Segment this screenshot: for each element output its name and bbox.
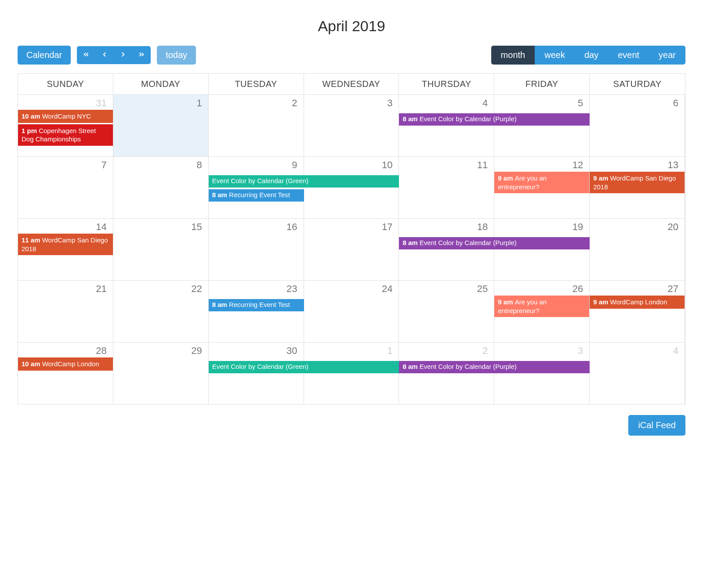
double-chevron-left-icon — [82, 51, 90, 60]
day-number: 4 — [399, 95, 494, 110]
event-time: 8 am — [402, 239, 419, 246]
calendar-day-cell[interactable]: 30 — [209, 343, 304, 404]
calendar-event[interactable]: 10 am WordCamp London — [18, 357, 113, 371]
calendar-day-cell[interactable]: 21 — [18, 281, 113, 342]
toolbar: Calendar today month week day event — [18, 46, 685, 65]
day-number: 27 — [590, 281, 685, 296]
calendar-day-cell[interactable]: 22 — [113, 281, 209, 342]
event-title: WordCamp London — [610, 298, 667, 306]
calendar-day-cell[interactable]: 1411 am WordCamp San Diego 2018 — [18, 219, 113, 280]
day-number: 3 — [494, 343, 589, 357]
page-title: April 2019 — [18, 18, 685, 35]
calendar-day-cell[interactable]: 18 — [399, 219, 494, 280]
day-number: 25 — [399, 281, 494, 296]
day-number: 7 — [18, 157, 113, 172]
event-time: 8 am — [212, 301, 229, 308]
calendar-day-cell[interactable]: 29 — [113, 343, 209, 404]
calendar-event[interactable]: 9 am WordCamp London — [590, 296, 685, 309]
calendar-event[interactable]: 9 am Are you an entrepreneur? — [494, 296, 589, 317]
calendar-day-cell[interactable]: 7 — [18, 157, 113, 218]
event-time: 8 am — [402, 115, 419, 123]
view-year-button[interactable]: year — [649, 46, 685, 65]
calendar-event-span[interactable]: 8 am Event Color by Calendar (Purple) — [399, 361, 590, 373]
day-number: 9 — [209, 157, 304, 172]
ical-feed-button[interactable]: iCal Feed — [628, 415, 685, 436]
event-title: Recurring Event Test — [229, 191, 290, 198]
calendar-day-cell[interactable]: 23 — [209, 281, 304, 342]
day-number: 22 — [113, 281, 208, 296]
view-switcher: month week day event year — [491, 46, 685, 65]
calendar-event-span[interactable]: 8 am Event Color by Calendar (Purple) — [399, 113, 590, 126]
calendar-day-cell[interactable]: 2 — [399, 343, 494, 404]
view-month-button[interactable]: month — [491, 46, 535, 65]
day-header: SATURDAY — [590, 74, 685, 94]
day-number: 1 — [113, 95, 208, 110]
next-button[interactable] — [114, 46, 132, 64]
event-title: Event Color by Calendar (Purple) — [420, 363, 517, 370]
calendar-day-cell[interactable]: 3110 am WordCamp NYC1 pm Copenhagen Stre… — [18, 95, 113, 156]
calendar-day-cell[interactable]: 129 am Are you an entrepreneur? — [494, 157, 590, 218]
day-number: 17 — [304, 219, 399, 234]
calendar-day-cell[interactable]: 16 — [209, 219, 304, 280]
calendar-day-cell[interactable]: 269 am Are you an entrepreneur? — [494, 281, 590, 342]
day-number: 15 — [113, 219, 208, 234]
view-week-button[interactable]: week — [535, 46, 575, 65]
chevron-right-icon — [119, 51, 127, 60]
calendar-event-span[interactable]: 8 am Event Color by Calendar (Purple) — [399, 237, 590, 249]
calendar-day-cell[interactable]: 3 — [494, 343, 590, 404]
day-number: 29 — [113, 343, 208, 357]
calendar-event-span[interactable]: Event Color by Calendar (Green) — [209, 175, 399, 188]
calendar-event[interactable]: 11 am WordCamp San Diego 2018 — [18, 234, 113, 255]
calendar-day-cell[interactable]: 15 — [113, 219, 209, 280]
prev-year-button[interactable] — [77, 46, 95, 64]
day-number: 20 — [590, 219, 685, 234]
prev-button[interactable] — [95, 46, 114, 64]
calendar-day-cell[interactable]: 24 — [304, 281, 399, 342]
calendar-day-cell[interactable]: 2 — [209, 95, 304, 156]
event-time: 10 am — [22, 360, 42, 368]
calendar-event[interactable]: 9 am Are you an entrepreneur? — [494, 172, 589, 193]
today-button[interactable]: today — [157, 46, 196, 65]
day-number: 18 — [399, 219, 494, 234]
calendar-day-cell[interactable]: 4 — [590, 343, 685, 404]
calendar-event-span[interactable]: 8 am Recurring Event Test — [209, 189, 304, 202]
calendar-day-cell[interactable]: 17 — [304, 219, 399, 280]
calendar-button[interactable]: Calendar — [18, 46, 71, 65]
day-number: 31 — [18, 95, 113, 110]
calendar-event[interactable]: 10 am WordCamp NYC — [18, 110, 113, 123]
calendar-day-cell[interactable]: 6 — [590, 95, 685, 156]
view-day-button[interactable]: day — [575, 46, 608, 65]
event-time: 9 am — [593, 174, 610, 182]
calendar-day-cell[interactable]: 9 — [209, 157, 304, 218]
calendar-week-row: 3110 am WordCamp NYC1 pm Copenhagen Stre… — [18, 95, 685, 157]
event-title: Event Color by Calendar (Green) — [212, 363, 308, 370]
calendar-day-cell[interactable]: 5 — [494, 95, 590, 156]
calendar-day-cell[interactable]: 20 — [590, 219, 685, 280]
calendar-day-cell[interactable]: 19 — [494, 219, 590, 280]
calendar-day-cell[interactable]: 25 — [399, 281, 494, 342]
calendar-event-span[interactable]: Event Color by Calendar (Green) — [209, 361, 399, 373]
day-header: FRIDAY — [494, 74, 590, 94]
calendar-day-cell[interactable]: 139 am WordCamp San Diego 2018 — [590, 157, 685, 218]
event-time: 9 am — [498, 174, 515, 182]
day-number: 13 — [590, 157, 685, 172]
day-number: 28 — [18, 343, 113, 357]
calendar-day-cell[interactable]: 1 — [113, 95, 209, 156]
calendar-event[interactable]: 1 pm Copenhagen Street Dog Championships — [18, 124, 113, 146]
calendar-event[interactable]: 9 am WordCamp San Diego 2018 — [590, 172, 685, 193]
calendar-event-span[interactable]: 8 am Recurring Event Test — [209, 299, 304, 311]
calendar-day-cell[interactable]: 10 — [304, 157, 399, 218]
calendar-day-cell[interactable]: 11 — [399, 157, 494, 218]
view-event-button[interactable]: event — [608, 46, 649, 65]
calendar-day-cell[interactable]: 4 — [399, 95, 494, 156]
next-year-button[interactable] — [132, 46, 151, 64]
calendar-day-cell[interactable]: 3 — [304, 95, 399, 156]
nav-group — [77, 46, 151, 64]
calendar-day-cell[interactable]: 1 — [304, 343, 399, 404]
calendar-day-cell[interactable]: 2810 am WordCamp London — [18, 343, 113, 404]
day-number: 4 — [590, 343, 685, 357]
calendar-day-cell[interactable]: 279 am WordCamp London — [590, 281, 685, 342]
day-number: 26 — [494, 281, 589, 296]
day-number: 5 — [494, 95, 589, 110]
calendar-day-cell[interactable]: 8 — [113, 157, 209, 218]
